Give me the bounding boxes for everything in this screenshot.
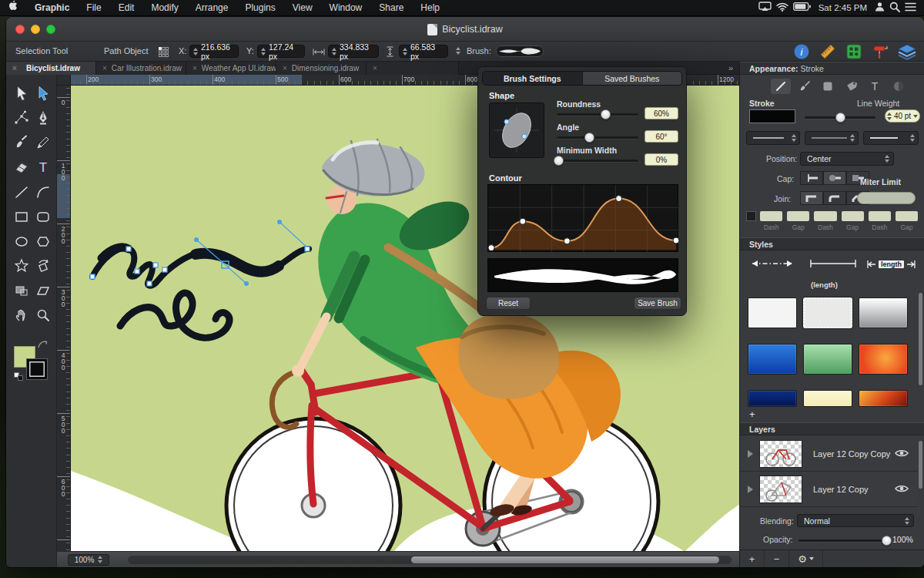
ellipse-tool-icon[interactable] [12,232,31,250]
tab-weather-app-ui[interactable]: × Weather App UI.idraw [186,62,276,75]
layer-row[interactable]: Layer 12 Copy Copy [740,436,918,472]
y-stepper[interactable] [261,48,266,55]
zoom-tool-icon[interactable] [34,306,52,324]
style-swatch-fire[interactable] [859,390,908,407]
x-input[interactable]: 216.636 px [189,45,239,58]
roundness-value[interactable]: 60% [644,107,678,119]
rotate-tool-icon[interactable] [34,257,52,275]
width-stepper[interactable] [332,48,336,55]
add-style-button[interactable]: + [749,408,755,420]
style-swatch-cream[interactable] [803,390,852,407]
contour-curve-editor[interactable] [487,184,678,252]
layer-visibility-eye-icon[interactable] [895,484,909,495]
tab-car-illustration[interactable]: × Car Illustration.idraw [96,62,186,75]
add-layer-button[interactable]: + [740,550,765,567]
rounded-rectangle-tool-icon[interactable] [34,207,52,226]
eraser-tool-icon[interactable] [12,158,31,176]
layer-name[interactable]: Layer 12 Copy [813,485,869,494]
stroke-width-slider[interactable] [805,116,875,119]
min-width-knob[interactable] [554,156,564,166]
hand-tool-icon[interactable] [12,306,31,324]
fill-mode-icon[interactable] [818,79,838,94]
tab-saved-brushes[interactable]: Saved Brushes [582,72,682,85]
y-input[interactable]: 127.24 px [257,45,305,58]
contour-point[interactable] [616,196,622,202]
brush-preview-dropdown[interactable] [496,45,544,57]
dash-dot-arrow-style[interactable] [745,257,800,271]
fill-stroke-color-wells[interactable] [14,343,49,378]
stroke-color-well[interactable] [26,358,48,380]
pencil-tool-icon[interactable] [34,133,52,152]
horizontal-scrollbar-thumb[interactable] [411,556,719,563]
layer-settings-gear-button[interactable]: ⚙ [789,550,823,567]
menu-item-arrange[interactable]: Arrange [187,0,237,16]
dimension-line-style[interactable] [808,257,859,271]
brush-tool-icon[interactable] [12,133,31,152]
menu-item-modify[interactable]: Modify [142,0,186,16]
menu-item-view[interactable]: View [284,0,321,16]
menu-item-edit[interactable]: Edit [110,0,143,16]
wifi-icon[interactable] [776,2,788,14]
link-dimensions-stepper[interactable] [456,47,460,55]
horizontal-scrollbar[interactable] [128,556,732,564]
line-weight-stepper[interactable] [887,113,892,120]
contour-point[interactable] [488,245,494,251]
spotlight-search-icon[interactable] [889,2,900,15]
opacity-slider-knob[interactable] [882,536,892,546]
rectangle-tool-icon[interactable] [12,207,31,226]
style-swatch-green[interactable] [803,344,852,375]
layer-row[interactable]: Layer 12 Copy [740,472,918,507]
info-inspector-icon[interactable]: i [793,43,810,62]
user-icon[interactable] [875,2,885,14]
width-input[interactable]: 334.833 px [328,45,379,58]
text-tool-icon[interactable]: T [34,158,52,176]
menu-clock[interactable]: Sat 2:45 PM [815,3,870,12]
tab-overflow-chevron[interactable]: » [728,62,739,74]
selection-tool-icon[interactable] [12,84,31,102]
shape-handle[interactable] [504,119,509,124]
pen-tool-icon[interactable] [34,109,52,127]
layer-thumbnail[interactable] [759,440,802,468]
polygon-tool-icon[interactable] [34,232,52,250]
stroke-style-dropdown-3[interactable] [863,131,919,145]
shape-handle[interactable] [522,134,527,139]
boolean-shapes-tool-icon[interactable] [12,281,31,300]
apple-menu-icon[interactable] [0,0,26,16]
menu-item-file[interactable]: File [78,0,109,16]
dash-pattern-checkbox[interactable] [746,211,756,221]
menu-item-share[interactable]: Share [370,0,412,16]
angle-knob[interactable] [584,133,594,143]
dimension-label-style[interactable]: length [866,259,916,270]
star-tool-icon[interactable] [12,257,31,275]
arc-tool-icon[interactable] [34,183,52,201]
angle-slider[interactable] [557,136,638,139]
roundness-knob[interactable] [601,109,611,119]
layers-inspector-icon[interactable] [898,43,916,62]
layers-scrollbar-thumb[interactable] [919,441,922,489]
close-tab-icon[interactable]: × [96,64,112,72]
paint-roller-inspector-icon[interactable] [872,43,889,62]
tab-partial[interactable]: × [367,62,459,75]
tab-dimensioning[interactable]: × Dimensioning.idraw [276,62,367,75]
ruler-inspector-icon[interactable] [819,43,836,62]
stroke-mode-icon[interactable] [771,79,791,94]
close-tab-icon[interactable]: × [276,64,292,72]
styles-scrollbar-thumb[interactable] [919,293,922,385]
dash-input[interactable] [869,211,891,221]
stroke-color-swatch[interactable] [749,109,795,123]
min-width-value[interactable]: 0% [644,153,678,166]
tag-mode-icon[interactable] [842,79,862,94]
opacity-slider[interactable] [798,539,886,542]
style-swatch-orange-red[interactable] [859,344,908,375]
menu-item-window[interactable]: Window [321,0,371,16]
bezier-handle-dot[interactable] [194,237,199,242]
style-swatch-gray-gradient[interactable] [859,297,908,328]
menu-item-help[interactable]: Help [412,0,448,16]
layer-visibility-eye-icon[interactable] [895,449,909,459]
bezier-handle-dot[interactable] [277,220,282,224]
min-width-slider[interactable] [557,160,638,162]
text-style-mode-icon[interactable]: T [865,79,885,94]
gap-input[interactable] [896,211,918,221]
menu-item-plugins[interactable]: Plugins [236,0,283,16]
gap-input[interactable] [787,211,809,221]
